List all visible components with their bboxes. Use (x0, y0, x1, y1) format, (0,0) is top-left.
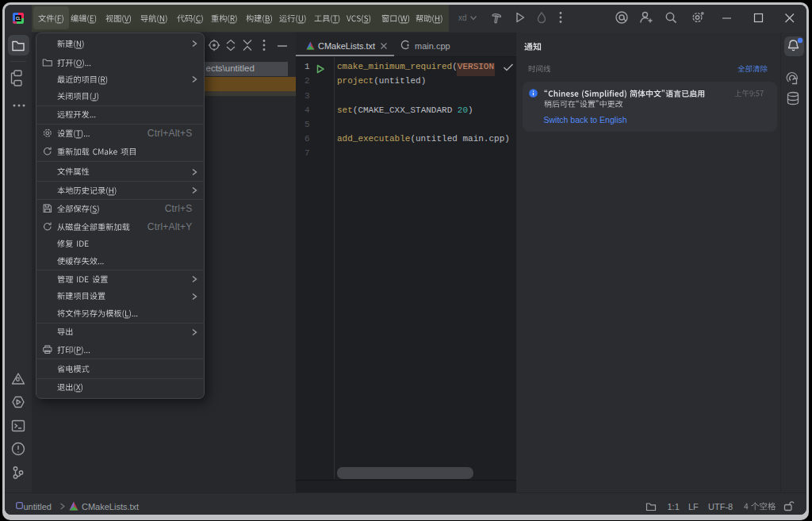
svg-text:CL: CL (16, 17, 21, 21)
svg-text:xd: xd (458, 13, 467, 22)
